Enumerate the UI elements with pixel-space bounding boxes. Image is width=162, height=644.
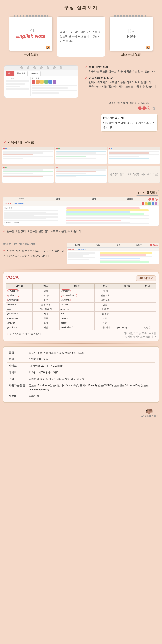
info-value-5: 굿노트(Goodnotes), 노터빌리터(Notability), 플렉시(F… <box>27 382 155 393</box>
ps-body <box>67 251 159 264</box>
tab-목차[interactable]: 목차 <box>6 71 14 76</box>
circle1: 1 <box>138 106 142 110</box>
color-tab-blue <box>48 80 52 84</box>
thumb-dot8 <box>5 166 7 168</box>
feature-title2: 인덱스(하이퍼링크) <box>89 76 157 80</box>
ring2 <box>27 66 30 69</box>
cover-desc-text: 영어 노트가 아닌 다른 노트로 쓸 수 있도록 맨 뒤에 서브 표지가 구성되… <box>60 30 102 43</box>
usage-title: [ 속지 활용법 ] <box>136 190 159 196</box>
voca-table: 영단어 한글 영단어 한글 영단어 한글 education교육parasiti… <box>6 283 156 330</box>
voca-title: VOCA <box>6 275 19 280</box>
ring5 <box>46 66 49 69</box>
ss-body-left: 단어 목록 grammar / Chapter 1 - (1) <box>3 206 65 226</box>
long-word-text: 긴 단어도 넉넉히 들어갑니다! <box>10 332 44 336</box>
voca-cell-7-5 <box>139 320 156 325</box>
color-tab-purple <box>53 80 56 84</box>
voca-cell-1-0: instruction <box>6 293 33 298</box>
feature-desc2b: 꾸유~ 눌러 해당하는 색의 필기 노트로 이동할 수 있습니다. <box>89 84 157 89</box>
feature-list: ✓ 목표, 학습 계획 학습하는 목표를 정하고, 학습 계획을 작성할 수 있… <box>82 64 159 92</box>
voca-cell-4-0: rold <box>6 307 33 312</box>
thumb-dot4 <box>58 148 60 149</box>
info-table: 품형원흔하마 영어 필기노트 3종 및 영단어장(가로형)형식선명한 PDF 파… <box>7 350 155 400</box>
passage-desc: ✓ 왼쪽은 영어, 오른쪽은 해설, 수능 지문은 물론, 길어가 단어 토익,… <box>3 248 65 258</box>
voca-row-7: diminish줄다obtain미기 <box>6 320 156 325</box>
ps-subheader: +VOCA +PASSAGE <box>67 248 159 251</box>
voca-cell-4-5 <box>139 307 156 312</box>
highlight-blue <box>66 211 130 213</box>
voca-row-2: regulation통 합authority권한정부 <box>6 298 156 302</box>
voca-cell-4-1: 단순 의심 됩 <box>32 307 59 312</box>
ss-achieve: 성취도 <box>112 198 147 200</box>
voca-cell-0-2: parasitic <box>59 288 94 293</box>
notebook-preview-col: 목차 학습계획 Listening 2024. 영역 목표 목록 <box>3 64 80 100</box>
ss-body-right <box>65 206 159 226</box>
check-icon-sticker: ✓ <box>4 140 6 144</box>
feature-text1: 목표, 학습 계획 학습하는 목표를 정하고, 학습 계획을 작성할 수 있습니… <box>89 65 155 74</box>
maker-name: Whatever hippo <box>141 414 158 417</box>
passage-section: 알게 된 단어 간단 정리 가능 ✓ 왼쪽은 영어, 오른쪽은 해설, 수능 지… <box>0 240 162 268</box>
hyperlink-voca-note: 하이퍼링크 기능 꾸유~ 누르면 인덱스 페이지로 이동합니다! <box>121 332 156 338</box>
thumb-header1 <box>3 147 54 150</box>
total-note: 총 5종의 필기노트 각 5p(목차에서 추가 가능) <box>109 172 159 177</box>
voca-cell-3-3: 단순 <box>94 302 116 307</box>
ps-h3 <box>100 258 141 260</box>
voca-cell-5-3: 신선한 <box>94 312 116 316</box>
voca-table-header: 영단어 한글 영단어 한글 영단어 한글 <box>6 283 156 288</box>
col-en2: 영단어 <box>59 283 94 288</box>
feature-desc2a: 인덱스 위에 필기 노트별 이름을 적으며 보기 편합니다. <box>89 80 157 84</box>
cover2-item: ( )의 Note 🐹 서브 표지 (1장) <box>109 16 153 57</box>
tab-listening[interactable]: Listening <box>28 71 41 76</box>
info-label-0: 품형 <box>7 350 27 356</box>
col-en3: 영단어 <box>116 283 139 288</box>
voca-cell-3-2: simplicity <box>59 302 94 307</box>
ss-body: 단어 목록 grammar / Chapter 1 - (1) <box>3 206 159 226</box>
color-btn4[interactable] <box>151 202 154 205</box>
ss-range: 범위 <box>76 198 111 200</box>
ring6 <box>53 66 56 69</box>
divider4 <box>4 238 158 238</box>
thumb-lines2 <box>55 150 107 160</box>
feature-item1: ✓ 목표, 학습 계획 학습하는 목표를 정하고, 학습 계획을 작성할 수 있… <box>85 65 157 74</box>
col-en1: 영단어 <box>6 283 33 288</box>
divider1 <box>4 60 158 60</box>
tl21 <box>56 170 106 170</box>
voca-cell-5-2: form <box>59 312 94 316</box>
nb-goal-label: 목표 목록 <box>32 77 77 80</box>
nb-right: 목표 목록 <box>32 77 77 96</box>
ps-h2 <box>100 254 146 256</box>
voca-cell-8-4: persistboy <box>116 325 139 330</box>
ss-word-list: 단어 목록 <box>4 207 64 210</box>
hyperlink-desc: 터치하면 각 색깔별 속지의 첫 페이지로 이동합니다! <box>103 121 155 129</box>
ss-circles: 1 2 3 <box>148 198 158 200</box>
voca-cell-0-5 <box>139 288 156 293</box>
voca-cell-2-1: 통 합 <box>32 298 59 302</box>
sticker-label-row: ✓ ✓ 속지 5종 (각 5장) <box>0 139 162 146</box>
psl2 <box>68 254 89 255</box>
voca-cell-5-1: 지각 <box>32 312 59 316</box>
thumb-dot6 <box>111 148 112 149</box>
voca-footer: ✓ 긴 단어도 넉넉히 들어갑니다! 하이퍼링크 기능 꾸유~ 누르면 인덱스 … <box>6 332 156 338</box>
ss-header: DATE 영역 범위 성취도 1 2 3 <box>3 197 159 202</box>
color-btn1[interactable] <box>142 202 144 205</box>
cover-desc: 영어 노트가 아닌 다른 노트로 쓸 수 있도록 맨 뒤에 서브 표지가 구성되… <box>57 16 105 57</box>
ps-left <box>67 251 99 264</box>
cover1-label: 표지 (1장) <box>24 53 38 57</box>
voca-cell-1-4 <box>116 293 139 298</box>
color-btn3[interactable] <box>148 202 151 205</box>
sc1: 1 <box>148 198 151 200</box>
ss-voca-tag: +VOCA <box>5 202 11 205</box>
info-row-5: 사용가능한 앱굿노트(Goodnotes), 노터빌리터(Notability)… <box>7 382 155 393</box>
num-circles-row: 공부한 횟수를 체크할 수 있습니다. <box>0 101 162 106</box>
usage-title-row: [ 속지 활용법 ] <box>3 190 159 196</box>
color-btn5[interactable] <box>155 202 157 205</box>
voca-cell-4-4 <box>116 307 139 312</box>
ssr1 <box>66 215 149 216</box>
voca-header-row: VOCA 단어장(10장) <box>6 275 156 282</box>
color-btn2[interactable] <box>145 202 148 205</box>
tab-학습계획[interactable]: 학습계획 <box>15 71 28 76</box>
color-tab-red <box>32 80 35 84</box>
voca-cell-6-1: 공동 <box>32 316 59 320</box>
thumb-header5 <box>55 166 107 169</box>
voca-cell-6-4 <box>116 316 139 320</box>
usage-left-text: 왼쪽은 요점정리, 오른쪽은 빈칸 입기 노트로 사용할 수 있습니다. <box>7 230 82 233</box>
